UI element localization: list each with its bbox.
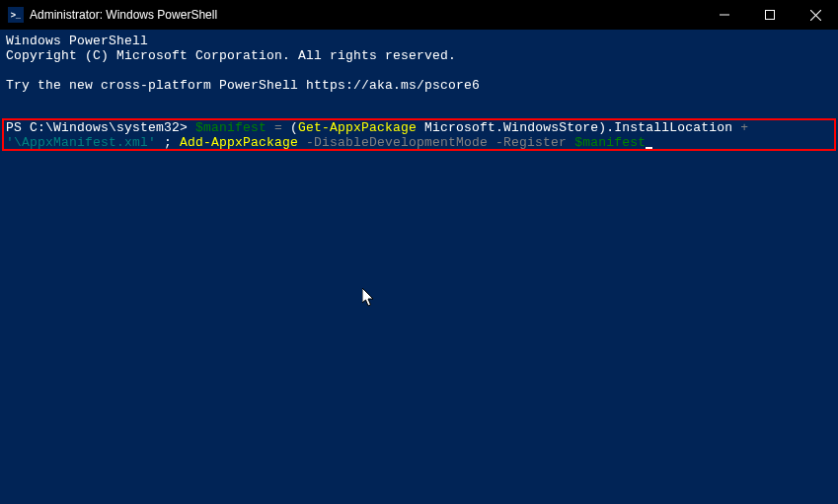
terminal-header-line: Copyright (C) Microsoft Corporation. All…: [6, 48, 832, 63]
terminal-body[interactable]: Windows PowerShell Copyright (C) Microso…: [0, 30, 838, 504]
token-operator: =: [267, 120, 290, 135]
terminal-header-line: Try the new cross-platform PowerShell ht…: [6, 78, 832, 93]
prompt-text: PS C:\Windows\system32>: [6, 120, 195, 135]
window-title: Administrator: Windows PowerShell: [30, 8, 702, 22]
token-cmdlet: Get-AppxPackage: [298, 120, 417, 135]
token-semicolon: ;: [164, 135, 180, 150]
token-operator: +: [740, 120, 748, 135]
titlebar[interactable]: >_ Administrator: Windows PowerShell: [0, 0, 838, 30]
token-arg: Microsoft.WindowsStore: [417, 120, 598, 135]
mouse-cursor-icon: [362, 288, 376, 312]
token-prop: .InstallLocation: [606, 120, 740, 135]
command-line: PS C:\Windows\system32> $manifest = (Get…: [6, 120, 832, 150]
powershell-icon: >_: [8, 7, 24, 23]
terminal-blank-line: [6, 63, 832, 78]
token-cmdlet: AppxPackage: [211, 135, 298, 150]
token-param: -DisableDevelopmentMode: [298, 135, 488, 150]
token-string: '\AppxManifest.xml': [6, 135, 164, 150]
maximize-button[interactable]: [747, 0, 793, 30]
token-cmdlet: Add-: [180, 135, 211, 150]
token-variable: $manifest: [574, 135, 646, 150]
minimize-button[interactable]: [702, 0, 747, 30]
token-paren: (: [290, 120, 298, 135]
window-controls: [702, 0, 838, 30]
token-param: -Register: [488, 135, 574, 150]
token-variable: $manifest: [195, 120, 267, 135]
terminal-header-line: Windows PowerShell: [6, 34, 832, 48]
svg-rect-1: [766, 11, 775, 20]
text-cursor: [646, 147, 652, 149]
powershell-window: >_ Administrator: Windows PowerShell Win…: [0, 0, 838, 504]
token-paren: ): [598, 120, 606, 135]
close-button[interactable]: [793, 0, 838, 30]
